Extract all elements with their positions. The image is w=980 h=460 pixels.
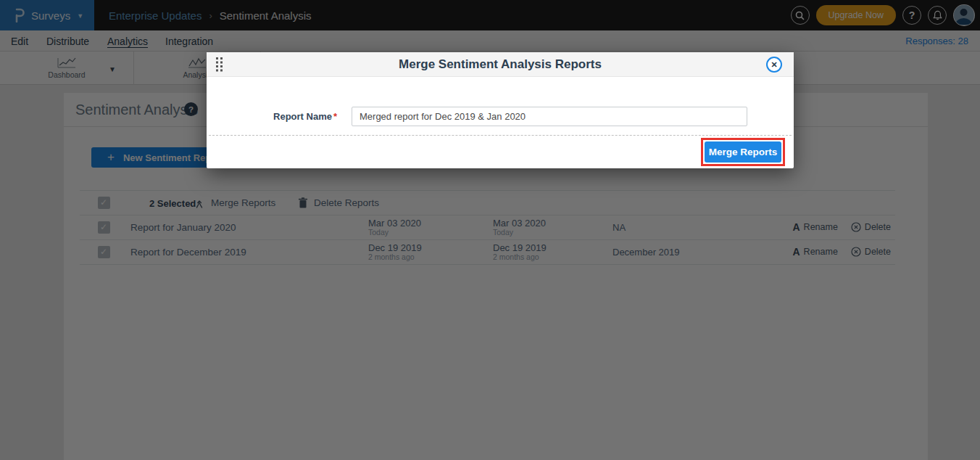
report-name-input[interactable]	[352, 107, 747, 126]
label-text: Report Name	[273, 111, 332, 122]
merge-reports-modal: Merge Sentiment Analysis Reports ✕ Repor…	[207, 52, 794, 168]
modal-title: Merge Sentiment Analysis Reports	[207, 57, 794, 72]
merge-reports-button[interactable]: Merge Reports	[705, 141, 781, 163]
footer-divider	[209, 135, 792, 136]
app-screen: Surveys ▼ Enterprise Updates › Sentiment…	[0, 0, 980, 460]
required-marker: *	[333, 111, 337, 122]
report-name-label: Report Name*	[207, 111, 337, 122]
close-icon: ✕	[771, 60, 777, 70]
modal-header: Merge Sentiment Analysis Reports ✕	[207, 52, 794, 77]
annotation-highlight: Merge Reports	[701, 138, 785, 166]
modal-close-button[interactable]: ✕	[766, 57, 782, 73]
